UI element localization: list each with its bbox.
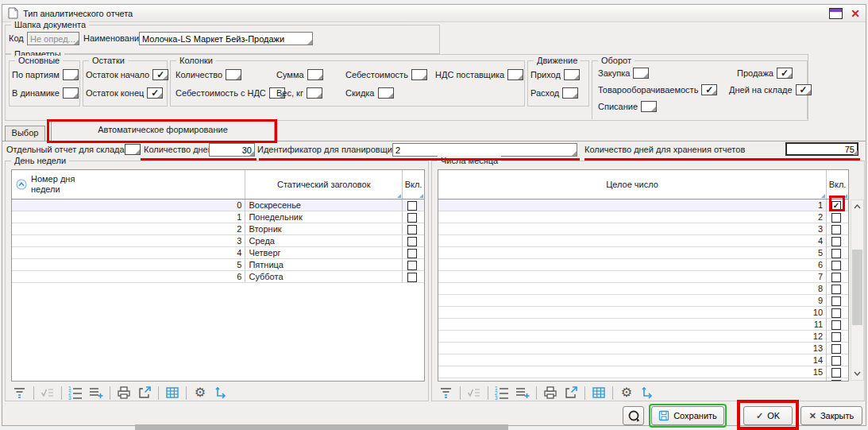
kolichestvo-checkbox[interactable] — [226, 69, 241, 80]
row-checkbox[interactable] — [831, 261, 841, 270]
row-checkbox[interactable] — [831, 213, 841, 223]
filter-icon[interactable] — [11, 384, 29, 401]
sebestoimost-checkbox[interactable] — [411, 69, 427, 80]
table-row[interactable]: 6Суббота — [12, 271, 424, 283]
day-col-on-header[interactable]: Вкл. — [403, 170, 424, 199]
v-dinamike-checkbox[interactable] — [63, 87, 79, 99]
ok-button[interactable]: ✓ OK — [743, 406, 793, 425]
row-checkbox[interactable] — [831, 344, 841, 354]
prihod-checkbox[interactable] — [564, 69, 580, 80]
row-checkbox[interactable] — [831, 225, 841, 234]
table-row[interactable]: 5 — [438, 247, 848, 259]
gear-icon[interactable]: ⚙ — [191, 384, 209, 401]
row-checkbox[interactable] — [831, 308, 841, 318]
dney-na-sklade-checkbox[interactable]: ✓ — [796, 84, 812, 95]
name-input[interactable] — [139, 32, 313, 45]
table-row[interactable]: 0Воскресенье — [12, 200, 424, 211]
tab-auto-formation[interactable]: Автоматическое формирование — [51, 121, 275, 141]
day-col-caption-header[interactable]: Статический заголовок — [245, 170, 403, 199]
table-row[interactable]: 8 — [438, 283, 848, 295]
table-row[interactable]: 2Вторник — [12, 223, 424, 235]
refresh-round-button[interactable] — [623, 406, 644, 425]
row-checkbox[interactable] — [831, 296, 841, 306]
row-checkbox[interactable] — [407, 225, 417, 234]
row-checkbox[interactable] — [407, 237, 417, 246]
table-row[interactable]: 7 — [438, 271, 848, 283]
table-row[interactable]: 16 — [438, 378, 848, 381]
table-row[interactable]: 12 — [438, 331, 848, 343]
ostatok-konets-checkbox[interactable]: ✓ — [147, 87, 163, 99]
export-icon[interactable] — [136, 384, 153, 401]
row-checkbox[interactable] — [831, 356, 841, 366]
row-checkbox[interactable] — [407, 201, 417, 211]
row-checkbox[interactable]: ✓ — [831, 201, 841, 211]
month-col-on-header[interactable]: Вкл. — [827, 170, 848, 199]
row-checkbox[interactable] — [831, 249, 841, 258]
ves-kg-checkbox[interactable] — [307, 87, 322, 99]
scroll-down-icon[interactable] — [851, 367, 863, 380]
row-checkbox[interactable] — [407, 273, 417, 282]
row-checkbox[interactable] — [407, 213, 417, 223]
table-row[interactable]: 11 — [438, 319, 848, 331]
row-checkbox[interactable] — [831, 368, 841, 378]
skidka-checkbox[interactable] — [378, 87, 394, 99]
close-dialog-button[interactable]: ✕ Закрыть — [800, 406, 862, 425]
ostatok-nachalo-checkbox[interactable]: ✓ — [152, 69, 168, 80]
nds-postavshchika-checkbox[interactable] — [507, 69, 523, 80]
table-row[interactable]: 4Четверг — [12, 247, 424, 259]
table-row[interactable]: 2 — [438, 211, 848, 223]
row-checkbox[interactable] — [831, 237, 841, 246]
grid-icon[interactable] — [164, 384, 181, 401]
grid-icon[interactable] — [590, 384, 608, 401]
save-button[interactable]: Сохранить — [651, 406, 724, 425]
formula-check-icon[interactable] — [465, 384, 483, 401]
table-row[interactable]: 1✓ — [438, 200, 848, 211]
tovarooborachivaemost-checkbox[interactable]: ✓ — [701, 84, 717, 95]
row-checkbox[interactable] — [831, 332, 841, 342]
table-row[interactable]: 5Пятница — [12, 259, 424, 271]
table-row[interactable]: 1Понедельник — [12, 211, 424, 223]
close-icon[interactable]: ✕ — [851, 8, 860, 19]
formula-check-icon[interactable] — [39, 384, 56, 401]
refresh-icon[interactable] — [212, 384, 230, 401]
keep-days-input[interactable] — [785, 142, 858, 156]
title-bar[interactable]: Тип аналитического отчета ✕ — [2, 5, 866, 22]
gear-icon[interactable]: ⚙ — [618, 384, 635, 401]
row-checkbox[interactable] — [407, 249, 417, 258]
vertical-scrollbar[interactable] — [851, 200, 864, 381]
rashod-checkbox[interactable] — [562, 87, 578, 99]
row-checkbox[interactable] — [831, 320, 841, 330]
refresh-icon[interactable] — [638, 384, 656, 401]
export-icon[interactable] — [562, 384, 580, 401]
maximize-icon[interactable] — [829, 8, 843, 19]
numbered-list-icon[interactable]: 123 — [493, 384, 511, 401]
scheduler-id-input[interactable] — [392, 143, 577, 157]
table-row[interactable]: 15 — [438, 366, 848, 378]
code-input[interactable] — [27, 32, 79, 45]
add-rows-icon[interactable] — [87, 384, 105, 401]
month-col-number-header[interactable]: Целое число — [438, 170, 827, 199]
print-icon[interactable] — [115, 384, 133, 401]
prodazha-checkbox[interactable]: ✓ — [777, 68, 793, 79]
table-row[interactable]: 13 — [438, 343, 848, 354]
spisanie-checkbox[interactable] — [641, 101, 657, 112]
sort-ascending-icon[interactable] — [16, 179, 27, 190]
numbered-list-icon[interactable]: 123 — [67, 384, 84, 401]
separate-report-checkbox[interactable] — [125, 144, 141, 155]
row-checkbox[interactable] — [407, 261, 417, 270]
days-count-input[interactable] — [209, 143, 255, 157]
scrollbar-thumb[interactable] — [852, 250, 862, 325]
zakupka-checkbox[interactable] — [633, 68, 649, 79]
table-row[interactable]: 4 — [438, 235, 848, 247]
table-row[interactable]: 9 — [438, 295, 848, 307]
row-checkbox[interactable] — [831, 273, 841, 282]
row-checkbox[interactable] — [831, 285, 841, 294]
tab-vybor[interactable]: Выбор — [5, 126, 45, 141]
table-row[interactable]: 10 — [438, 307, 848, 319]
filter-icon[interactable] — [438, 384, 455, 401]
add-rows-icon[interactable] — [514, 384, 531, 401]
table-row[interactable]: 6 — [438, 259, 848, 271]
row-checkbox[interactable] — [831, 380, 841, 382]
day-col-number-header[interactable]: Номер дня недели — [12, 170, 245, 199]
table-row[interactable]: 3Среда — [12, 235, 424, 247]
